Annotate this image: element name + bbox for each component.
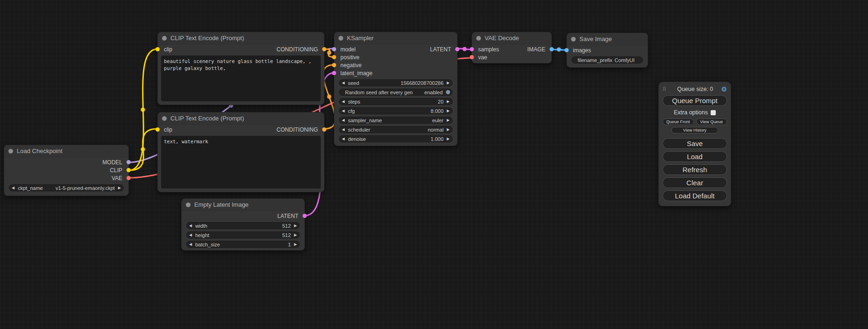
input-slot-clip[interactable] [155, 47, 160, 51]
node-header[interactable]: CLIP Text Encode (Prompt) [158, 112, 324, 125]
collapse-dot-icon[interactable] [339, 36, 343, 41]
node-vae-decode[interactable]: VAE Decode samples IMAGE vae [472, 32, 552, 63]
increment-arrow-icon[interactable]: ▶ [447, 137, 450, 141]
node-header[interactable]: Empty Latent Image [182, 199, 304, 211]
widget-width[interactable]: ◀ width 512 ▶ [186, 222, 300, 229]
node-header[interactable]: CLIP Text Encode (Prompt) [158, 32, 324, 44]
widget-ckpt-name[interactable]: ◀ ckpt_name v1-5-pruned-emaonly.ckpt ▶ [9, 184, 124, 191]
input-slot-vae[interactable] [470, 55, 474, 59]
node-header[interactable]: VAE Decode [472, 32, 551, 44]
output-row-latent: LATENT [182, 212, 304, 220]
input-slot-model[interactable] [332, 47, 336, 51]
node-ksampler[interactable]: KSampler model LATENT positive negative … [334, 32, 458, 146]
output-row-clip: CLIP [4, 166, 128, 174]
input-slot-latent-image[interactable] [332, 71, 336, 75]
load-button[interactable]: Load [663, 151, 727, 162]
collapse-dot-icon[interactable] [571, 37, 576, 42]
output-slot-vae[interactable] [127, 176, 131, 180]
increment-arrow-icon[interactable]: ▶ [118, 186, 121, 190]
output-slot-conditioning[interactable] [322, 127, 326, 132]
view-queue-button[interactable]: View Queue [696, 119, 727, 125]
node-title: Empty Latent Image [194, 201, 248, 208]
increment-arrow-icon[interactable]: ▶ [294, 224, 297, 228]
widget-scheduler[interactable]: ◀ scheduler normal ▶ [339, 126, 452, 133]
widget-denoise[interactable]: ◀ denoise 1.000 ▶ [339, 135, 452, 142]
queue-prompt-button[interactable]: Queue Prompt [663, 95, 727, 106]
input-slot-samples[interactable] [470, 47, 474, 51]
prompt-textarea[interactable]: text, watermark [161, 136, 321, 189]
output-slot-model[interactable] [127, 160, 131, 164]
decrement-arrow-icon[interactable]: ◀ [342, 128, 345, 132]
node-title: VAE Decode [485, 35, 519, 42]
increment-arrow-icon[interactable]: ▶ [447, 128, 450, 132]
widget-batch-size[interactable]: ◀ batch_size 1 ▶ [186, 241, 300, 248]
decrement-arrow-icon[interactable]: ◀ [189, 243, 192, 246]
collapse-dot-icon[interactable] [186, 203, 191, 207]
clear-button[interactable]: Clear [663, 177, 727, 188]
settings-gear-icon[interactable]: ⚙ [721, 85, 727, 93]
widget-seed[interactable]: ◀ seed 156680208700286 ▶ [339, 79, 452, 86]
decrement-arrow-icon[interactable]: ◀ [189, 233, 192, 237]
widget-cfg[interactable]: ◀ cfg 8.000 ▶ [339, 107, 452, 114]
node-save-image[interactable]: Save Image images filename_prefix ComfyU… [566, 33, 648, 68]
queue-front-button[interactable]: Queue Front [663, 119, 694, 125]
input-slot-clip[interactable] [155, 127, 160, 132]
queue-menu-panel[interactable]: ⠿ Queue size: 0 ⚙ Queue Prompt Extra opt… [658, 82, 731, 206]
output-slot-latent[interactable] [303, 214, 307, 218]
load-default-button[interactable]: Load Default [663, 190, 727, 201]
node-header[interactable]: KSampler [334, 32, 457, 44]
view-history-button[interactable]: View History [671, 127, 718, 133]
decrement-arrow-icon[interactable]: ◀ [189, 224, 192, 228]
input-slot-positive[interactable] [332, 55, 336, 59]
node-title: KSampler [347, 35, 374, 42]
increment-arrow-icon[interactable]: ▶ [447, 81, 450, 85]
widget-filename-prefix[interactable]: filename_prefix ComfyUI [572, 56, 643, 63]
widget-height[interactable]: ◀ height 512 ▶ [186, 231, 300, 238]
collapse-dot-icon[interactable] [162, 36, 167, 41]
increment-arrow-icon[interactable]: ▶ [447, 109, 450, 113]
menu-header: ⠿ Queue size: 0 ⚙ [663, 85, 727, 93]
input-slot-negative[interactable] [332, 63, 336, 67]
collapse-dot-icon[interactable] [476, 36, 481, 41]
widget-steps[interactable]: ◀ steps 20 ▶ [339, 98, 452, 105]
decrement-arrow-icon[interactable]: ◀ [342, 81, 345, 85]
node-load-checkpoint[interactable]: Load Checkpoint MODEL CLIP VAE ◀ ckpt_na… [4, 145, 129, 196]
decrement-arrow-icon[interactable]: ◀ [342, 119, 345, 122]
node-empty-latent-image[interactable]: Empty Latent Image LATENT ◀ width 512 ▶ … [181, 198, 305, 251]
extra-options-label: Extra options [674, 109, 708, 116]
decrement-arrow-icon[interactable]: ◀ [342, 109, 345, 113]
refresh-button[interactable]: Refresh [663, 164, 727, 175]
collapse-dot-icon[interactable] [162, 116, 167, 121]
increment-arrow-icon[interactable]: ▶ [294, 233, 297, 237]
toggle-knob-icon[interactable] [446, 90, 450, 94]
widget-sampler-name[interactable]: ◀ sampler_name euler ▶ [339, 117, 452, 124]
node-header[interactable]: Save Image [567, 33, 648, 45]
widget-random-seed-toggle[interactable]: Random seed after every gen enabled [339, 89, 452, 96]
collapse-dot-icon[interactable] [8, 149, 13, 154]
increment-arrow-icon[interactable]: ▶ [447, 119, 450, 122]
slot-row-model-latent: model LATENT [334, 45, 457, 53]
drag-handle-icon[interactable]: ⠿ [663, 86, 666, 92]
output-slot-clip[interactable] [127, 168, 131, 172]
output-slot-latent[interactable] [455, 47, 459, 51]
input-row-negative: negative [334, 61, 457, 69]
node-clip-text-encode-positive[interactable]: CLIP Text Encode (Prompt) clip CONDITION… [157, 32, 325, 105]
input-slot-images[interactable] [565, 48, 569, 52]
node-header[interactable]: Load Checkpoint [4, 145, 128, 157]
extra-options-row: Extra options [663, 109, 727, 116]
output-slot-image[interactable] [550, 47, 554, 51]
increment-arrow-icon[interactable]: ▶ [294, 243, 297, 246]
decrement-arrow-icon[interactable]: ◀ [342, 100, 345, 104]
save-button[interactable]: Save [663, 138, 727, 149]
node-title: Load Checkpoint [17, 147, 63, 154]
decrement-arrow-icon[interactable]: ◀ [342, 137, 345, 141]
output-slot-conditioning[interactable] [322, 47, 326, 51]
node-clip-text-encode-negative[interactable]: CLIP Text Encode (Prompt) clip CONDITION… [157, 112, 325, 192]
decrement-arrow-icon[interactable]: ◀ [12, 186, 14, 190]
increment-arrow-icon[interactable]: ▶ [447, 100, 450, 104]
graph-canvas[interactable]: { "colors": { "model": "#B39DDB", "clip"… [0, 0, 868, 329]
input-row-vae: vae [472, 53, 551, 61]
input-row-latent-image: latent_image [334, 69, 457, 77]
extra-options-checkbox[interactable] [711, 110, 716, 115]
prompt-textarea[interactable]: beautiful scenery nature glass bottle la… [161, 56, 321, 101]
